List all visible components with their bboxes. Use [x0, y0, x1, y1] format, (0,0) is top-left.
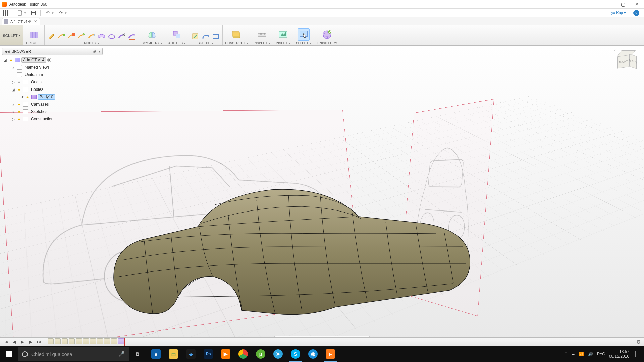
caret-icon[interactable]: ◢: [11, 88, 15, 92]
lightbulb-icon[interactable]: ●: [25, 95, 30, 99]
tree-item-bodies[interactable]: ◢ ● Bodies: [2, 86, 103, 93]
timeline-settings-button[interactable]: ⚙: [636, 339, 641, 345]
collapse-icon[interactable]: ◀◀: [4, 50, 10, 53]
construct-button[interactable]: [230, 28, 243, 41]
taskbar-app-skype[interactable]: S: [287, 346, 304, 362]
ribbon-label[interactable]: INSERT: [276, 41, 290, 45]
finish-form-button[interactable]: [321, 28, 333, 41]
inspect-button[interactable]: [256, 28, 268, 41]
caret-icon[interactable]: ▷: [11, 80, 15, 84]
timeline-feature[interactable]: [111, 338, 117, 344]
caret-icon[interactable]: ◢: [3, 58, 7, 62]
bridge-button[interactable]: [98, 33, 106, 41]
viewcube[interactable]: ⌂ FRONT RIGHT: [615, 48, 639, 72]
tree-item-body10[interactable]: > ● Body10: [2, 93, 103, 101]
timeline-feature[interactable]: [69, 338, 75, 344]
crease-button[interactable]: [128, 33, 136, 41]
fill-hole-button[interactable]: [108, 33, 116, 41]
help-button[interactable]: ?: [633, 10, 639, 16]
tray-wifi-icon[interactable]: 📶: [579, 352, 584, 356]
ribbon-label[interactable]: SKETCH: [198, 41, 213, 45]
insert-edge-button[interactable]: [57, 33, 65, 41]
timeline-feature[interactable]: [90, 338, 96, 344]
select-button[interactable]: [298, 28, 310, 41]
undo-button[interactable]: ↶: [45, 10, 51, 16]
timeline-feature[interactable]: [76, 338, 82, 344]
weld-vertices-button[interactable]: [118, 33, 126, 41]
ribbon-label[interactable]: UTILITIES: [168, 41, 186, 45]
user-menu[interactable]: Ilya Kap ▾: [609, 11, 626, 15]
browser-header[interactable]: ◀◀ BROWSER ◉ ▾: [2, 48, 103, 55]
lightbulb-icon[interactable]: ●: [17, 102, 21, 106]
ribbon-label[interactable]: INSPECT: [254, 41, 270, 45]
ribbon-label[interactable]: MODIFY: [84, 41, 99, 45]
edit-form-button[interactable]: [47, 33, 55, 41]
timeline-feature[interactable]: [97, 338, 103, 344]
taskbar-app-telegram[interactable]: ➤: [270, 346, 286, 362]
microphone-icon[interactable]: 🎤: [118, 351, 125, 357]
taskbar-app-edge[interactable]: e: [148, 346, 164, 362]
taskbar-app-utorrent[interactable]: µ: [252, 346, 269, 362]
viewcube-right[interactable]: RIGHT: [629, 54, 637, 69]
timeline-feature[interactable]: [104, 338, 110, 344]
ribbon-label[interactable]: CREATE: [26, 41, 42, 45]
cortana-search[interactable]: Chiedimi qualcosa 🎤: [18, 347, 129, 361]
tree-item-origin[interactable]: ▷ ● Origin: [2, 78, 103, 86]
document-tab[interactable]: Alfa GT v14* ✕: [2, 18, 40, 25]
close-tab-button[interactable]: ✕: [33, 19, 38, 24]
task-view-button[interactable]: ⧉: [129, 346, 146, 362]
symmetry-button[interactable]: [146, 28, 158, 41]
tray-language[interactable]: РУС: [597, 352, 605, 356]
taskbar-app-fusion360[interactable]: F: [322, 346, 339, 362]
taskbar-app-photoshop[interactable]: Ps: [200, 346, 217, 362]
taskbar-app-dropbox[interactable]: ⬙: [182, 346, 199, 362]
timeline-feature[interactable]: [83, 338, 89, 344]
timeline-feature[interactable]: [118, 338, 124, 344]
caret-icon[interactable]: ▷: [11, 66, 15, 69]
timeline-forward-button[interactable]: ▶: [28, 339, 34, 345]
timeline-marker[interactable]: [124, 338, 125, 346]
taskbar-app-shazam[interactable]: ◉: [305, 346, 321, 362]
lightbulb-icon[interactable]: ●: [17, 80, 21, 84]
activate-radio[interactable]: [47, 58, 51, 62]
tree-root[interactable]: ◢ ● Alfa GT v14: [2, 56, 103, 64]
tray-volume-icon[interactable]: 🔊: [588, 352, 593, 356]
maximize-button[interactable]: ▢: [616, 0, 630, 8]
new-tab-button[interactable]: ＋: [43, 18, 47, 25]
create-sketch-button[interactable]: [192, 33, 200, 41]
tree-item-units[interactable]: Units: mm: [2, 71, 103, 78]
caret-icon[interactable]: ▷: [11, 103, 15, 106]
line-button[interactable]: [202, 33, 210, 41]
caret-icon[interactable]: ▷: [11, 110, 15, 114]
lightbulb-icon[interactable]: ●: [17, 110, 21, 114]
lightbulb-icon[interactable]: ●: [17, 117, 21, 121]
chevron-down-icon[interactable]: ▾: [98, 49, 100, 54]
tray-cloud-icon[interactable]: ☁: [571, 352, 575, 356]
viewcube-front[interactable]: FRONT: [617, 55, 629, 68]
file-menu-button[interactable]: [17, 10, 23, 16]
tray-chevron-icon[interactable]: ˄: [565, 352, 567, 356]
tray-clock[interactable]: 13:57 08/12/2016: [609, 349, 629, 359]
insert-point-button[interactable]: +: [77, 33, 86, 41]
ribbon-label[interactable]: SELECT: [296, 41, 311, 45]
action-center-button[interactable]: [635, 351, 642, 357]
timeline-feature[interactable]: [48, 338, 54, 344]
lightbulb-icon[interactable]: ●: [9, 58, 13, 62]
taskbar-app-media[interactable]: ▶: [217, 346, 234, 362]
timeline-start-button[interactable]: ⏮: [3, 339, 9, 345]
minimize-button[interactable]: —: [602, 0, 616, 8]
viewcube-home-icon[interactable]: ⌂: [614, 48, 616, 52]
redo-button[interactable]: ↷: [58, 10, 64, 16]
ribbon-label[interactable]: SYMMETRY: [142, 41, 162, 45]
tree-item-canvases[interactable]: ▷ ● Canvases: [2, 101, 103, 108]
save-button[interactable]: [30, 10, 36, 16]
viewport-3d[interactable]: ⌂ FRONT RIGHT ◀◀ BROWSER ◉ ▾ ◢ ● Alfa GT…: [0, 46, 644, 346]
ribbon-label[interactable]: CONSTRUCT: [225, 41, 248, 45]
timeline-feature[interactable]: [62, 338, 68, 344]
timeline-end-button[interactable]: ⏭: [36, 339, 42, 345]
timeline-feature[interactable]: [55, 338, 61, 344]
apps-grid-icon[interactable]: [3, 10, 9, 16]
insert-button[interactable]: [277, 28, 289, 41]
lightbulb-icon[interactable]: ●: [17, 87, 21, 92]
tree-item-sketches[interactable]: ▷ ● Sketches: [2, 108, 103, 115]
